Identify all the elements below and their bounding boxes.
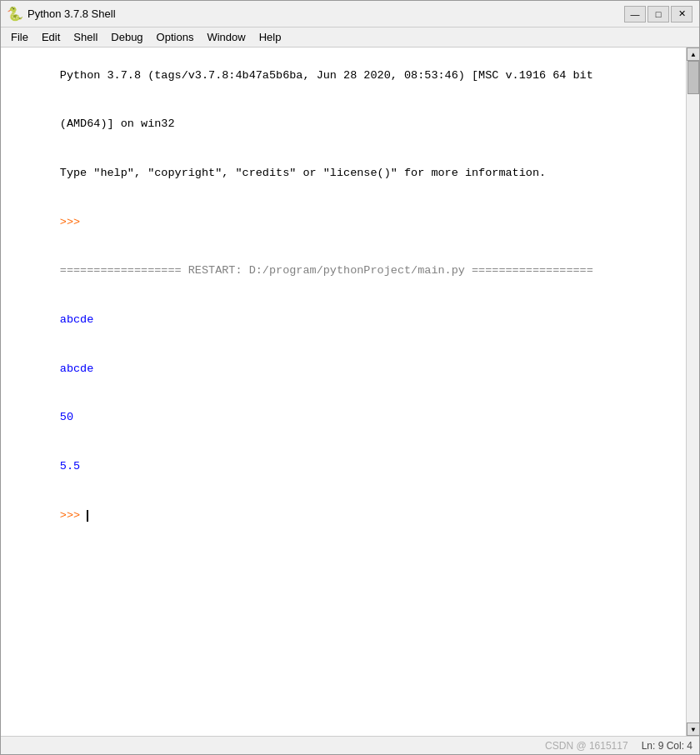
- menu-window[interactable]: Window: [200, 29, 252, 45]
- watermark-text: CSDN @ 1615117: [545, 740, 628, 752]
- output-line1: abcde: [6, 295, 682, 344]
- menu-file[interactable]: File: [4, 29, 35, 45]
- maximize-button[interactable]: □: [648, 6, 669, 22]
- menu-shell[interactable]: Shell: [67, 29, 104, 45]
- cursor: [87, 510, 88, 522]
- current-prompt[interactable]: >>>: [6, 491, 682, 540]
- close-button[interactable]: ✕: [671, 6, 692, 22]
- cursor-position: Ln: 9 Col: 4: [642, 740, 692, 752]
- scroll-down-button[interactable]: ▼: [687, 722, 699, 736]
- menu-edit[interactable]: Edit: [35, 29, 67, 45]
- window-controls: — □ ✕: [624, 6, 692, 22]
- menu-help[interactable]: Help: [252, 29, 288, 45]
- python-shell-window: 🐍 Python 3.7.8 Shell — □ ✕ File Edit She…: [0, 0, 700, 755]
- startup-line1: Python 3.7.8 (tags/v3.7.8:4b47a5b6ba, Ju…: [6, 51, 682, 100]
- startup-line3: Type "help", "copyright", "credits" or "…: [6, 148, 682, 198]
- restart-line: ================== RESTART: D:/program/p…: [6, 247, 682, 296]
- first-prompt: >>>: [6, 198, 682, 247]
- status-bar: CSDN @ 1615117 Ln: 9 Col: 4: [1, 736, 699, 754]
- shell-output[interactable]: Python 3.7.8 (tags/v3.7.8:4b47a5b6ba, Ju…: [1, 48, 699, 736]
- scroll-thumb[interactable]: [688, 61, 699, 94]
- output-line3: 50: [6, 393, 682, 442]
- app-icon: 🐍: [8, 7, 22, 22]
- minimize-button[interactable]: —: [624, 6, 646, 22]
- scrollbar[interactable]: ▲ ▼: [686, 48, 699, 736]
- output-line4: 5.5: [6, 442, 682, 492]
- menu-debug[interactable]: Debug: [104, 29, 149, 45]
- scroll-up-button[interactable]: ▲: [687, 48, 699, 61]
- window-title: Python 3.7.8 Shell: [28, 8, 624, 20]
- current-prompt-symbol: >>>: [60, 509, 87, 522]
- prompt-symbol: >>>: [60, 216, 87, 228]
- startup-line2: (AMD64)] on win32: [6, 100, 682, 149]
- menu-options[interactable]: Options: [150, 29, 201, 45]
- output-line2: abcde: [6, 344, 682, 393]
- menu-bar: File Edit Shell Debug Options Window Hel…: [1, 28, 699, 48]
- title-bar: 🐍 Python 3.7.8 Shell — □ ✕: [1, 1, 699, 28]
